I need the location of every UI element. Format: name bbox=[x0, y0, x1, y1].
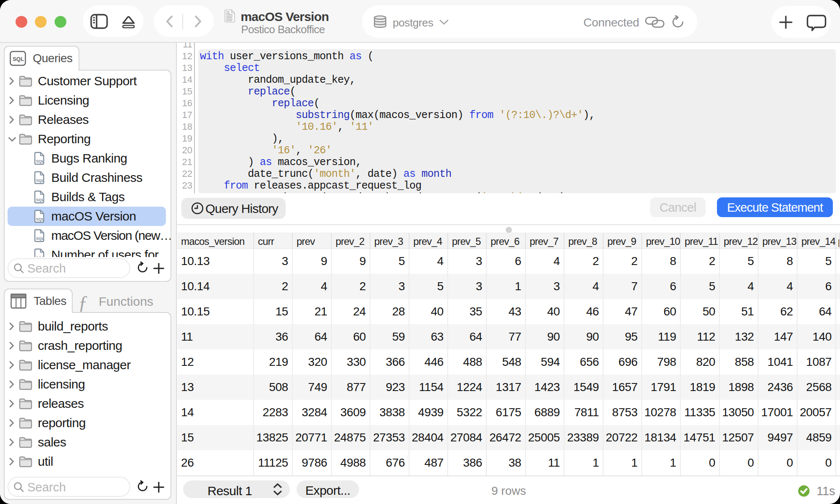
svg-text:SQL: SQL bbox=[36, 159, 45, 163]
svg-text:SQL: SQL bbox=[36, 236, 45, 241]
svg-text:SQL: SQL bbox=[36, 197, 45, 202]
svg-text:SQL: SQL bbox=[36, 255, 45, 257]
svg-text:SQL: SQL bbox=[36, 178, 45, 183]
svg-text:SQL: SQL bbox=[36, 217, 45, 221]
svg-text:SQL: SQL bbox=[13, 56, 24, 62]
